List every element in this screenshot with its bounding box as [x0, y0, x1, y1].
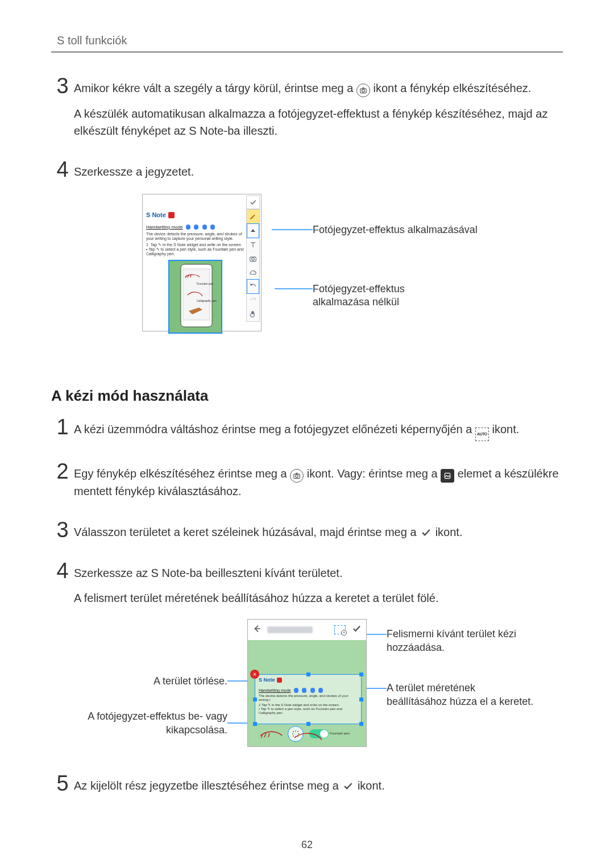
- step-number: 1: [51, 416, 74, 438]
- section-heading-manual-mode: A kézi mód használata: [51, 387, 563, 405]
- desc: 1 Tap ✎ in the S Note widget and write o…: [259, 703, 358, 715]
- badge-icon: [210, 225, 215, 230]
- step-body: Egy fénykép elkészítéséhez érintse meg a…: [74, 460, 563, 508]
- text: ikont. Vagy: érintse meg a: [307, 467, 441, 480]
- text: Szerkessze a jegyzetet.: [74, 163, 563, 180]
- pen-icon: [247, 210, 259, 223]
- title-blur: [267, 626, 313, 633]
- redo-icon: [247, 294, 259, 308]
- check-icon: [420, 526, 432, 539]
- step-body: Válasszon területet a keret széleinek hú…: [74, 519, 563, 549]
- text: Szerkessze az S Note-ba beilleszteni kív…: [74, 564, 563, 582]
- svg-rect-12: [445, 474, 450, 479]
- step-bottom-4: 4 Szerkessze az S Note-ba beilleszteni k…: [51, 560, 563, 614]
- check-icon: [342, 780, 354, 792]
- step-bottom-3: 3 Válasszon területet a keret széleinek …: [51, 519, 563, 549]
- text: ikont a fénykép elkészítéséhez.: [373, 82, 531, 94]
- step-number: 5: [51, 773, 74, 794]
- text: A kézi üzemmódra váltáshoz érintse meg a…: [74, 423, 475, 435]
- check-icon: [351, 624, 362, 636]
- text: ikont.: [358, 779, 385, 792]
- running-head: S toll funkciók: [57, 34, 563, 47]
- badge-icon: [294, 688, 298, 693]
- selection-frame: × S Note Handwriting mode: [255, 674, 362, 724]
- step-body: A kézi üzemmódra váltáshoz érintse meg a…: [74, 416, 563, 449]
- badge-icon: [202, 225, 207, 230]
- step-top-4: 4 Szerkessze a jegyzetet.: [51, 159, 563, 188]
- callout-delete-area: A terület törlése.: [85, 675, 227, 688]
- back-icon: [252, 624, 262, 636]
- step-top-3: 3 Amikor kékre vált a szegély a tárgy kö…: [51, 75, 563, 147]
- desc: 1 Tap ✎ in the S Note widget and write o…: [146, 243, 244, 256]
- cloud-icon: [247, 265, 259, 279]
- callout-add-area: Felismerni kívánt terület kézi hozzáadás…: [387, 628, 529, 654]
- step-body: Amikor kékre vált a szegély a tárgy körü…: [74, 75, 563, 147]
- text: ikont.: [435, 526, 463, 538]
- step-bottom-1: 1 A kézi üzemmódra váltáshoz érintse meg…: [51, 416, 563, 449]
- auto-icon: AUTO: [475, 427, 489, 441]
- text: Egy fénykép elkészítéséhez érintse meg a: [74, 467, 290, 480]
- snote-title: S Note: [146, 211, 166, 218]
- badge-icon: [186, 225, 190, 230]
- badge-icon: [194, 225, 198, 230]
- camera-icon: [290, 469, 304, 483]
- svg-text:Fountain pen: Fountain pen: [330, 732, 350, 735]
- head-rule: [51, 52, 563, 52]
- badge-icon: [302, 688, 306, 693]
- svg-text:Calligraphy pen: Calligraphy pen: [197, 299, 217, 302]
- page-number: 62: [0, 839, 614, 851]
- snote-icon: [168, 212, 175, 218]
- screen-mock: S Note Handwriting mode The device detec…: [142, 194, 262, 331]
- add-area-icon: +: [334, 625, 346, 634]
- svg-point-11: [296, 475, 298, 478]
- step-number: 3: [51, 75, 74, 97]
- camera-icon: [247, 252, 259, 265]
- text: ikont.: [492, 423, 520, 435]
- text: A felismert terület méretének beállításá…: [74, 589, 563, 607]
- text: Az kijelölt rész jegyzetbe illesztéséhez…: [74, 779, 342, 792]
- camera-icon: [356, 84, 370, 97]
- badge-icon: [318, 688, 323, 693]
- callout-toggle-effect: A fotójegyzet-effektus be- vagy kikapcso…: [63, 710, 227, 737]
- figure-1: S Note Handwriting mode The device detec…: [108, 194, 449, 342]
- figure-2: A terület törlése. A fotójegyzet-effektu…: [51, 619, 563, 755]
- step-bottom-2: 2 Egy fénykép elkészítéséhez érintse meg…: [51, 460, 563, 508]
- step-number: 4: [51, 159, 74, 180]
- step-body: Szerkessze az S Note-ba beilleszteni kív…: [74, 560, 563, 614]
- inserted-photo: Fountain pen Calligraphy pen: [168, 260, 222, 334]
- text: Amikor kékre vált a szegély a tárgy körü…: [74, 82, 356, 94]
- desc: The device detects the pressure, angle, …: [146, 232, 244, 241]
- up-triangle-icon: [247, 223, 259, 238]
- gallery-icon: [441, 469, 454, 483]
- step-number: 3: [51, 519, 74, 541]
- side-toolbar: [246, 209, 260, 322]
- desc: The device detects the pressure, angle, …: [259, 694, 358, 702]
- text: Válasszon területet a keret széleinek hú…: [74, 526, 420, 538]
- hand-icon: [247, 308, 259, 321]
- undo-icon: [247, 279, 259, 294]
- page: S toll funkciók 3 Amikor kékre vált a sz…: [0, 0, 614, 868]
- svg-text:Fountain pen: Fountain pen: [197, 282, 213, 285]
- svg-point-1: [362, 89, 365, 92]
- badge-icon: [310, 688, 315, 693]
- text-icon: [247, 238, 259, 252]
- callout-resize-area: A terület méretének beállításához húzza …: [387, 682, 534, 708]
- callout-effect-off: Fotójegyzet-effektus alkalmazása nélkül: [313, 283, 460, 309]
- step-body: Az kijelölt rész jegyzetbe illesztéséhez…: [74, 773, 563, 802]
- mode-label: Handwriting mode: [259, 688, 291, 692]
- mode-label: Handwriting mode: [146, 225, 182, 230]
- step-bottom-5: 5 Az kijelölt rész jegyzetbe illesztéséh…: [51, 773, 563, 802]
- step-number: 4: [51, 560, 74, 582]
- check-icon: [246, 196, 260, 209]
- step-body: Szerkessze a jegyzetet.: [74, 159, 563, 188]
- svg-point-5: [252, 258, 255, 260]
- snote-icon: [277, 678, 282, 683]
- text: A készülék automatikusan alkalmazza a fo…: [74, 105, 563, 139]
- callout-effect-on: Fotójegyzet-effektus alkalmazásával: [313, 223, 483, 236]
- step-number: 2: [51, 460, 74, 482]
- screen-mock: +: [247, 619, 367, 747]
- snote-title: S Note: [259, 677, 275, 683]
